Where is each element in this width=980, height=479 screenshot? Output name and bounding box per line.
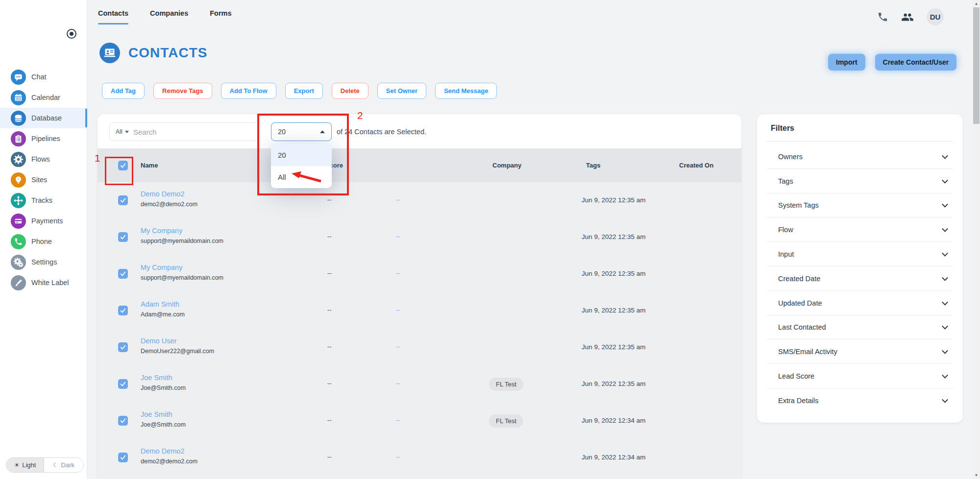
sidebar-item-label: Tracks — [31, 196, 52, 204]
contact-name-link[interactable]: Joe Smith — [141, 410, 172, 418]
filter-section-sms-email-activity[interactable]: SMS/Email Activity — [757, 339, 963, 364]
call-icon[interactable] — [877, 11, 888, 23]
sidebar-item-white-label[interactable]: White Label — [0, 272, 87, 293]
sidebar-item-pipelines[interactable]: Pipelines — [0, 128, 87, 149]
user-avatar[interactable]: DU — [927, 8, 944, 25]
filter-section-created-date[interactable]: Created Date — [757, 266, 963, 291]
company-value[interactable]: -- — [388, 233, 408, 240]
contact-name-link[interactable]: Joe Smith — [141, 374, 172, 382]
delete-button[interactable]: Delete — [332, 83, 368, 99]
filter-section-last-contacted[interactable]: Last Contacted — [757, 315, 963, 340]
chevron-down-icon — [942, 348, 948, 354]
users-icon[interactable] — [901, 11, 914, 24]
scroll-down-icon[interactable]: ▼ — [973, 472, 980, 479]
created-on-value: Jun 9, 2022 12:35 am — [582, 233, 646, 240]
company-value[interactable]: -- — [388, 380, 408, 387]
created-on-value: Jun 9, 2022 12:35 am — [582, 307, 646, 314]
import-button[interactable]: Import — [828, 54, 865, 71]
company-value[interactable]: -- — [388, 306, 408, 313]
page-size-select[interactable]: 20 — [271, 122, 332, 141]
sidebar-item-flows[interactable]: Flows — [0, 149, 87, 169]
sites-icon — [11, 172, 26, 188]
scrollbar-thumb[interactable] — [973, 7, 980, 124]
row-checkbox[interactable] — [118, 195, 128, 205]
page-size-option-20[interactable]: 20 — [271, 144, 332, 166]
light-mode-button[interactable]: ☀ Light — [6, 458, 44, 472]
check-icon — [120, 270, 126, 277]
contact-row: Joe Smith Joe@Smith.com -- -- Jun 9, 202… — [98, 366, 741, 403]
light-label: Light — [22, 461, 36, 469]
create-contact-button[interactable]: Create Contact/User — [875, 54, 957, 71]
chevron-down-icon — [942, 397, 948, 403]
page-title-bar: CONTACTS — [99, 43, 207, 63]
dark-mode-button[interactable]: ☾ Dark — [44, 458, 83, 472]
company-value[interactable]: -- — [388, 416, 408, 424]
white-label-icon — [11, 275, 26, 290]
remove-tags-button[interactable]: Remove Tags — [153, 83, 212, 99]
lead-score-value: -- — [319, 306, 339, 313]
row-checkbox[interactable] — [118, 269, 128, 279]
tab-companies[interactable]: Companies — [150, 9, 188, 24]
sidebar-item-sites[interactable]: Sites — [0, 169, 87, 190]
sidebar-item-database[interactable]: Database — [0, 108, 87, 128]
filter-section-owners[interactable]: Owners — [757, 144, 963, 169]
add-tag-button[interactable]: Add Tag — [102, 83, 145, 99]
sidebar-item-label: Settings — [31, 258, 57, 266]
column-header-created-on[interactable]: Created On — [679, 148, 713, 182]
lead-score-value: -- — [319, 380, 339, 387]
lead-score-value: -- — [319, 233, 339, 240]
chevron-down-icon — [942, 299, 948, 306]
page-scrollbar[interactable]: ▲ ▼ — [973, 0, 980, 479]
row-checkbox[interactable] — [118, 453, 128, 462]
filter-section-system-tags[interactable]: System Tags — [757, 193, 963, 218]
company-value[interactable]: -- — [388, 269, 408, 277]
contact-name-link[interactable]: My Company — [141, 227, 182, 235]
contact-email: demo2@demo2.com — [141, 458, 197, 465]
search-scope-dropdown[interactable]: All — [116, 128, 129, 135]
sidebar-item-calendar[interactable]: Calendar — [0, 87, 87, 108]
company-value[interactable]: -- — [388, 196, 408, 203]
company-value[interactable]: -- — [388, 343, 408, 350]
lead-score-value: -- — [319, 343, 339, 350]
contact-name-link[interactable]: My Company — [141, 263, 182, 271]
column-header-tags[interactable]: Tags — [586, 148, 600, 182]
filter-section-flow[interactable]: Flow — [757, 217, 963, 242]
sidebar-collapse-toggle-icon[interactable] — [67, 29, 76, 39]
tab-forms[interactable]: Forms — [210, 9, 231, 24]
filter-section-extra-details[interactable]: Extra Details — [757, 388, 963, 413]
row-checkbox[interactable] — [118, 342, 128, 352]
filter-section-updated-date[interactable]: Updated Date — [757, 291, 963, 315]
export-button[interactable]: Export — [285, 83, 323, 99]
contact-name-link[interactable]: Demo Demo2 — [141, 190, 184, 198]
add-to-flow-button[interactable]: Add To Flow — [221, 83, 276, 99]
sidebar-item-settings[interactable]: Settings — [0, 252, 87, 272]
filter-section-tags[interactable]: Tags — [757, 169, 963, 193]
row-checkbox[interactable] — [118, 416, 128, 426]
sidebar-item-payments[interactable]: Payments — [0, 211, 87, 231]
sidebar-item-phone[interactable]: Phone — [0, 231, 87, 252]
scroll-up-icon[interactable]: ▲ — [973, 0, 980, 7]
sidebar-item-chat[interactable]: Chat — [0, 67, 87, 87]
row-checkbox[interactable] — [118, 379, 128, 389]
pipelines-icon — [11, 131, 26, 146]
row-checkbox[interactable] — [118, 306, 128, 315]
filter-section-input[interactable]: Input — [757, 242, 963, 266]
page-size-option-all[interactable]: All — [271, 166, 332, 188]
column-header-name[interactable]: Name — [141, 148, 158, 182]
send-message-button[interactable]: Send Message — [435, 83, 497, 99]
search-input[interactable] — [133, 128, 252, 136]
filter-section-lead-score[interactable]: Lead Score — [757, 364, 963, 388]
contact-name-link[interactable]: Demo Demo2 — [141, 447, 184, 455]
company-value[interactable]: -- — [388, 453, 408, 460]
sidebar-item-label: Payments — [31, 217, 63, 225]
contact-name-link[interactable]: Adam Smith — [141, 300, 179, 308]
set-owner-button[interactable]: Set Owner — [377, 83, 426, 99]
sidebar-item-label: Phone — [31, 238, 52, 245]
column-header-company[interactable]: Company — [492, 148, 521, 182]
tab-contacts[interactable]: Contacts — [98, 9, 128, 24]
sidebar-item-tracks[interactable]: Tracks — [0, 190, 87, 211]
chat-icon — [11, 70, 26, 85]
contact-name-link[interactable]: Demo User — [141, 337, 176, 345]
row-checkbox[interactable] — [118, 232, 128, 242]
select-all-checkbox[interactable] — [118, 161, 128, 170]
